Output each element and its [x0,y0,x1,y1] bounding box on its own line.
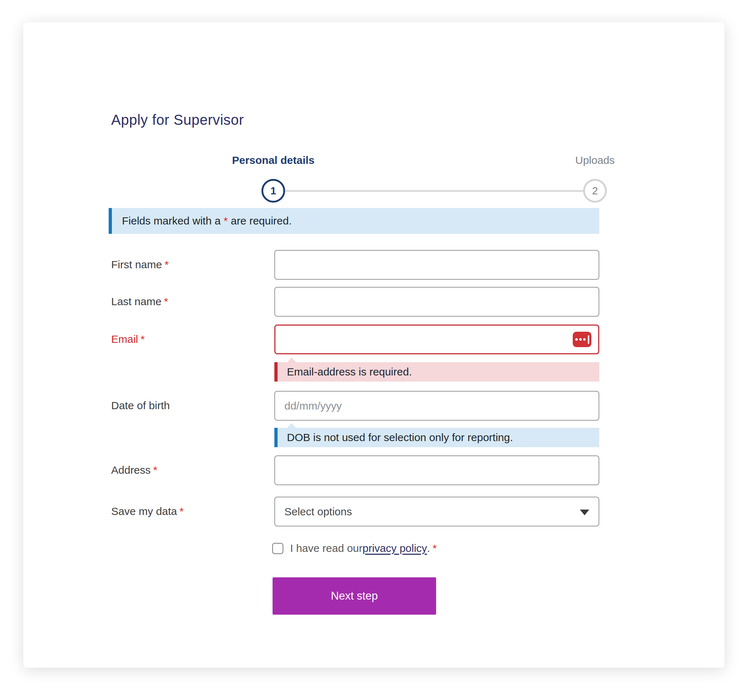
address-control [274,455,599,485]
dob-control [274,391,599,421]
privacy-consent-row: I have read our privacy policy.* [272,542,437,555]
privacy-checkbox[interactable] [272,543,283,554]
address-input[interactable] [274,455,599,485]
last-name-label-text: Last name [111,295,161,307]
typing-dot [579,338,582,341]
required-fields-banner: Fields marked with a * are required. [109,208,599,234]
last-name-input[interactable] [274,287,599,317]
last-name-required-asterisk: * [164,295,168,307]
privacy-policy-link[interactable]: privacy policy [362,542,427,555]
first-name-input[interactable] [274,250,599,280]
dob-label: Date of birth [111,400,170,412]
save-my-data-label: Save my data* [111,505,184,517]
banner-asterisk: * [223,215,228,227]
step-label-personal-details: Personal details [232,154,314,166]
email-label-text: Email [111,333,138,345]
save-my-data-required-asterisk: * [179,505,184,517]
save-my-data-select[interactable]: Select options [274,497,599,527]
step-connector-line [285,190,584,192]
privacy-text-prefix: I have read our [290,542,362,555]
typing-cursor-bar [588,335,589,344]
next-step-button[interactable]: Next step [273,577,436,615]
email-label: Email* [111,333,145,345]
stepper: Personal details Uploads 1 2 [23,154,725,208]
dob-input[interactable] [274,391,599,421]
typing-indicator-icon[interactable] [573,332,591,347]
caret-down-icon [580,509,589,515]
last-name-label: Last name* [111,295,168,308]
typing-dot [575,338,578,341]
email-error-message: Email-address is required. [274,362,599,381]
privacy-text-suffix: . [427,542,430,555]
email-control [274,325,599,354]
address-required-asterisk: * [153,464,158,476]
application-form-card: Apply for Supervisor Personal details Up… [23,22,725,668]
dob-note-message: DOB is not used for selection only for r… [274,428,599,447]
last-name-control [274,287,599,317]
typing-dot [583,338,586,341]
first-name-label: First name* [111,259,169,271]
step-2-circle: 2 [583,179,607,203]
address-label: Address* [111,464,158,476]
email-required-asterisk: * [141,333,145,345]
privacy-required-asterisk: * [433,542,437,555]
banner-text-after: are required. [228,215,292,227]
step-label-uploads: Uploads [575,154,615,166]
address-label-text: Address [111,464,151,476]
page-title: Apply for Supervisor [111,112,244,128]
save-my-data-label-text: Save my data [111,505,177,517]
banner-text-before: Fields marked with a [122,215,223,227]
save-my-data-selected-value: Select options [284,506,352,518]
first-name-required-asterisk: * [165,259,169,270]
first-name-control [274,250,599,280]
step-1-circle: 1 [261,179,285,203]
email-input[interactable] [274,325,599,354]
first-name-label-text: First name [111,259,162,270]
